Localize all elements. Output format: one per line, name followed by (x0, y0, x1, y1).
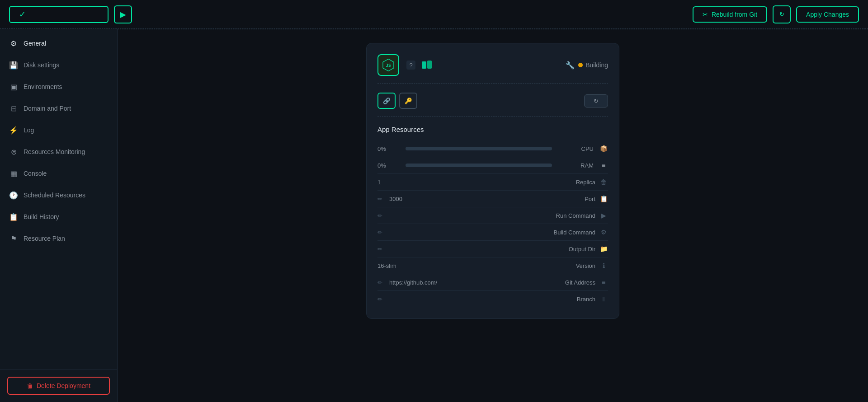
sidebar-label-scheduled: Scheduled Resources (24, 192, 85, 199)
expand-icon: ▶ (120, 9, 126, 19)
run-play-icon[interactable]: ▶ (599, 212, 608, 219)
expand-button[interactable]: ▶ (114, 5, 132, 23)
version-info-icon[interactable]: ℹ (599, 262, 608, 269)
branch-label: Branch (577, 296, 595, 303)
delete-label: Delete Deployment (37, 382, 90, 389)
key-button[interactable]: 🔑 (399, 93, 417, 109)
replica-label: Replica (576, 179, 595, 186)
ram-label: RAM (557, 162, 594, 169)
output-edit-icon[interactable]: ✏ (377, 246, 386, 252)
card-header-right: 🔧 Building (566, 61, 608, 70)
sidebar-item-domain-port[interactable]: ⊟ Domain and Port (0, 98, 117, 119)
cpu-copy-icon[interactable]: 📦 (599, 145, 608, 152)
sidebar-label-history: Build History (24, 213, 59, 220)
svg-rect-5 (427, 61, 432, 69)
config-row-replica: 1 Replica 🗑 (377, 174, 608, 191)
build-edit-icon[interactable]: ✏ (377, 229, 386, 236)
sidebar-label-log: Log (24, 126, 34, 134)
port-label: Port (585, 196, 595, 202)
building-indicator: Building (578, 61, 608, 69)
git-address-label: Git Address (565, 279, 595, 286)
port-edit-icon[interactable]: ✏ (377, 196, 386, 202)
sidebar-item-console[interactable]: ▦ Console (0, 163, 117, 184)
output-dir-label: Output Dir (569, 246, 595, 252)
branch-icon[interactable]: ⦀ (599, 295, 608, 303)
checkmark-icon: ✓ (19, 9, 26, 19)
build-settings-icon[interactable]: ⚙ (599, 229, 608, 236)
header-icons: ? (405, 59, 434, 71)
sidebar-item-build-history[interactable]: 📋 Build History (0, 206, 117, 228)
resource-row-cpu: 0% CPU 📦 (377, 140, 608, 157)
plan-icon: ⚑ (9, 234, 18, 243)
sidebar-item-log[interactable]: ⚡ Log (0, 119, 117, 141)
resource-row-ram: 0% RAM ≡ (377, 157, 608, 174)
sidebar-item-resources-monitoring[interactable]: ⊜ Resources Monitoring (0, 141, 117, 163)
sidebar-item-disk-settings[interactable]: 💾 Disk settings (0, 54, 117, 76)
replica-delete-icon[interactable]: 🗑 (599, 178, 608, 186)
git-stack-icon[interactable]: ≡ (599, 279, 608, 286)
books-icon[interactable] (421, 59, 434, 71)
gear-icon: ⚙ (9, 39, 18, 48)
topbar: ✓ ▶ ✂ Rebuild from Git ↻ Apply Changes (0, 0, 868, 29)
refresh-button[interactable]: ↻ (773, 5, 791, 23)
output-folder-icon[interactable]: 📁 (599, 245, 608, 252)
link-button[interactable]: 🔗 (377, 93, 396, 109)
app-card: JS ? 🔧 B (366, 43, 619, 319)
topbar-left: ✓ ▶ (9, 5, 132, 23)
trash-icon: 🗑 (27, 382, 33, 389)
card-header: JS ? 🔧 B (377, 54, 608, 84)
sidebar-label-domain: Domain and Port (24, 105, 71, 112)
version-value: 16-slim (377, 262, 572, 269)
question-icon[interactable]: ? (405, 59, 417, 71)
building-label: Building (585, 61, 608, 69)
ram-value: 0% (377, 162, 400, 169)
run-command-label: Run Command (556, 212, 595, 219)
rebuild-label: Rebuild from Git (712, 11, 757, 18)
run-edit-icon[interactable]: ✏ (377, 212, 386, 219)
git-address-value: https://github.com/ (389, 279, 561, 286)
apply-changes-button[interactable]: Apply Changes (796, 6, 859, 23)
cpu-label: CPU (557, 145, 594, 152)
sidebar-label-resources: Resources Monitoring (24, 148, 85, 155)
version-label: Version (576, 262, 595, 269)
rebuild-button[interactable]: ✂ Rebuild from Git (693, 6, 767, 23)
nodejs-icon: JS (377, 54, 399, 76)
sidebar-item-scheduled-resources[interactable]: 🕐 Scheduled Resources (0, 184, 117, 206)
config-row-version: 16-slim Version ℹ (377, 257, 608, 274)
sidebar: ⚙ General 💾 Disk settings ▣ Environments… (0, 29, 118, 402)
sidebar-item-general[interactable]: ⚙ General (0, 33, 117, 54)
port-value: 3000 (389, 196, 581, 202)
config-row-output-dir: ✏ Output Dir 📁 (377, 241, 608, 257)
link-icon: 🔗 (383, 98, 391, 104)
log-icon: ⚡ (9, 126, 18, 135)
sidebar-item-resource-plan[interactable]: ⚑ Resource Plan (0, 228, 117, 249)
delete-deployment-button[interactable]: 🗑 Delete Deployment (7, 377, 110, 395)
card-header-left: JS ? (377, 54, 434, 76)
status-chip[interactable]: ✓ (9, 6, 108, 23)
config-row-build-command: ✏ Build Command ⚙ (377, 224, 608, 241)
domain-icon: ⊟ (9, 104, 18, 113)
env-icon: ▣ (9, 82, 18, 91)
ram-icon[interactable]: ≡ (599, 162, 608, 169)
svg-rect-4 (422, 61, 426, 69)
cpu-value: 0% (377, 145, 400, 152)
port-copy-icon[interactable]: 📋 (599, 195, 608, 202)
config-row-git-address: ✏ https://github.com/ Git Address ≡ (377, 274, 608, 291)
refresh-icon: ↻ (779, 11, 784, 18)
key-icon: 🔑 (405, 98, 412, 104)
config-row-run-command: ✏ Run Command ▶ (377, 207, 608, 224)
sidebar-label-plan: Resource Plan (24, 235, 65, 242)
branch-edit-icon[interactable]: ✏ (377, 296, 386, 303)
nodejs-svg: JS (381, 58, 396, 72)
scissors-icon: ✂ (703, 11, 708, 18)
action-row: 🔗 🔑 ↻ (377, 93, 608, 117)
app-resources-title: App Resources (377, 126, 608, 133)
sidebar-item-environments[interactable]: ▣ Environments (0, 76, 117, 98)
main-content: JS ? 🔧 B (118, 29, 868, 402)
git-edit-icon[interactable]: ✏ (377, 279, 386, 286)
config-row-port: ✏ 3000 Port 📋 (377, 191, 608, 207)
svg-text:?: ? (409, 62, 412, 69)
build-command-label: Build Command (554, 229, 596, 236)
refresh-card-button[interactable]: ↻ (584, 94, 608, 108)
refresh-card-icon: ↻ (594, 98, 599, 104)
